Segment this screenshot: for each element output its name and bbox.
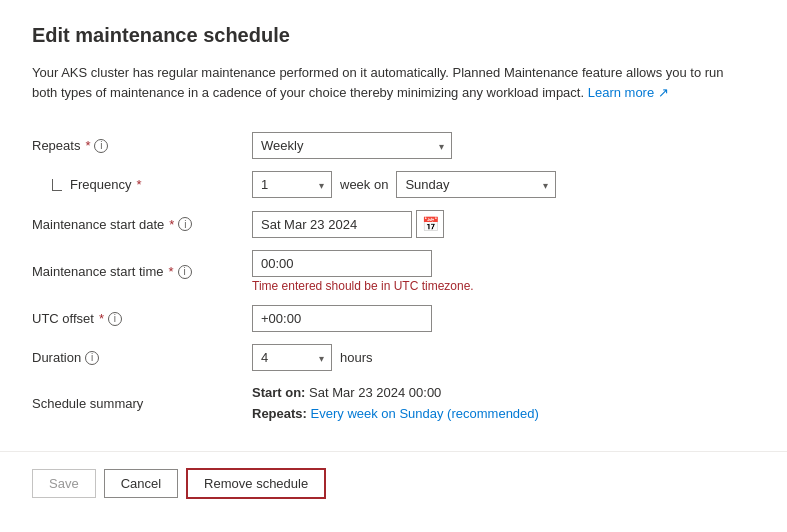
frequency-label-cell: Frequency* bbox=[32, 177, 240, 192]
page-description: Your AKS cluster has regular maintenance… bbox=[32, 63, 752, 102]
summary-start-label: Start on: bbox=[252, 385, 305, 400]
day-select[interactable]: Sunday Monday Tuesday Wednesday Thursday… bbox=[396, 171, 556, 198]
time-field-block: Time entered should be in UTC timezone. bbox=[252, 250, 755, 293]
start-time-input[interactable] bbox=[252, 250, 432, 277]
repeats-label-cell: Repeats* i bbox=[32, 138, 240, 153]
start-time-row: Maintenance start time* i Time entered s… bbox=[32, 244, 755, 299]
start-date-label-cell: Maintenance start date* i bbox=[32, 217, 240, 232]
frequency-row: Frequency* 1 2 3 4 ▾ bbox=[32, 165, 755, 204]
utc-offset-input[interactable] bbox=[252, 305, 432, 332]
freq-required-star: * bbox=[136, 177, 141, 192]
summary-repeats-value: Every week on Sunday (recommended) bbox=[311, 406, 539, 421]
summary-label: Schedule summary bbox=[32, 396, 143, 411]
day-select-wrapper: Sunday Monday Tuesday Wednesday Thursday… bbox=[396, 171, 556, 198]
repeats-select-wrapper: Weekly Daily AbsoluteMonthly RelativeMon… bbox=[252, 132, 452, 159]
repeats-select[interactable]: Weekly Daily AbsoluteMonthly RelativeMon… bbox=[252, 132, 452, 159]
duration-unit-label: hours bbox=[340, 350, 373, 365]
date-input-wrapper: 📅 bbox=[252, 210, 755, 238]
utc-offset-row: UTC offset* i bbox=[32, 299, 755, 338]
summary-block: Start on: Sat Mar 23 2024 00:00 Repeats:… bbox=[252, 383, 755, 425]
utc-hint: Time entered should be in UTC timezone. bbox=[252, 279, 755, 293]
start-time-label-cell: Maintenance start time* i bbox=[32, 264, 240, 279]
date-required-star: * bbox=[169, 217, 174, 232]
repeats-row: Repeats* i Weekly Daily AbsoluteMonthly … bbox=[32, 126, 755, 165]
footer: Save Cancel Remove schedule bbox=[0, 452, 787, 515]
time-required-star: * bbox=[169, 264, 174, 279]
duration-input-row: 1 2 3 4 5 6 7 8 ▾ hours bbox=[252, 344, 755, 371]
summary-repeats-line: Repeats: Every week on Sunday (recommend… bbox=[252, 404, 755, 425]
duration-select-wrapper: 1 2 3 4 5 6 7 8 ▾ bbox=[252, 344, 332, 371]
form-table: Repeats* i Weekly Daily AbsoluteMonthly … bbox=[32, 126, 755, 431]
utc-label-cell: UTC offset* i bbox=[32, 311, 240, 326]
summary-start-line: Start on: Sat Mar 23 2024 00:00 bbox=[252, 383, 755, 404]
duration-info-icon[interactable]: i bbox=[85, 351, 99, 365]
date-info-icon[interactable]: i bbox=[178, 217, 192, 231]
required-star: * bbox=[85, 138, 90, 153]
summary-start-value: Sat Mar 23 2024 00:00 bbox=[309, 385, 441, 400]
page-title: Edit maintenance schedule bbox=[32, 24, 755, 47]
duration-row: Duration i 1 2 3 4 5 6 bbox=[32, 338, 755, 377]
page-container: Edit maintenance schedule Your AKS clust… bbox=[0, 0, 787, 431]
remove-schedule-button[interactable]: Remove schedule bbox=[186, 468, 326, 499]
external-link-icon: ↗ bbox=[658, 85, 669, 100]
summary-repeats-label: Repeats: bbox=[252, 406, 307, 421]
utc-required-star: * bbox=[99, 311, 104, 326]
start-date-row: Maintenance start date* i 📅 bbox=[32, 204, 755, 244]
learn-more-link[interactable]: Learn more ↗ bbox=[588, 85, 669, 100]
frequency-select[interactable]: 1 2 3 4 bbox=[252, 171, 332, 198]
cancel-button[interactable]: Cancel bbox=[104, 469, 178, 498]
duration-select[interactable]: 1 2 3 4 5 6 7 8 bbox=[252, 344, 332, 371]
frequency-input-row: 1 2 3 4 ▾ week on Sunday Monday bbox=[252, 171, 755, 198]
duration-label-cell: Duration i bbox=[32, 350, 240, 365]
save-button[interactable]: Save bbox=[32, 469, 96, 498]
summary-row: Schedule summary Start on: Sat Mar 23 20… bbox=[32, 377, 755, 431]
utc-info-icon[interactable]: i bbox=[108, 312, 122, 326]
time-info-icon[interactable]: i bbox=[178, 265, 192, 279]
repeats-info-icon[interactable]: i bbox=[94, 139, 108, 153]
week-on-label: week on bbox=[340, 177, 388, 192]
freq-select-wrapper: 1 2 3 4 ▾ bbox=[252, 171, 332, 198]
calendar-icon[interactable]: 📅 bbox=[416, 210, 444, 238]
start-date-input[interactable] bbox=[252, 211, 412, 238]
